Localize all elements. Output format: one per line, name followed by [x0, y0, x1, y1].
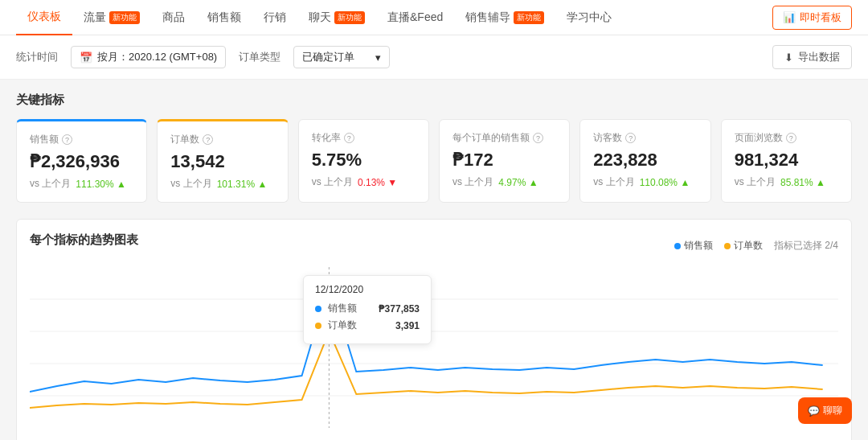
kpi-card-2: 转化率 ? 5.75% vs 上个月 0.13% ▼ — [298, 119, 429, 203]
legend-item-订单数: 订单数 — [724, 239, 763, 253]
kpi-card-3: 每个订单的销售额 ? ₱172 vs 上个月 4.97% ▲ — [439, 119, 570, 203]
kpi-card-1: 订单数 ? 13,542 vs 上个月 101.31% ▲ — [157, 119, 288, 203]
info-icon[interactable]: ? — [533, 133, 543, 143]
kpi-label: 每个订单的销售额 ? — [452, 131, 556, 145]
vs-label: vs 上个月 — [30, 177, 71, 191]
chat-fab-label: 聊聊 — [823, 404, 842, 417]
tooltip-label: 订单数 — [328, 319, 389, 332]
kpi-card-5: 页面浏览数 ? 981,324 vs 上个月 85.81% ▲ — [721, 119, 852, 203]
vs-label: vs 上个月 — [593, 175, 634, 189]
nav-item-直播&Feed[interactable]: 直播&Feed — [376, 0, 454, 35]
vs-label: vs 上个月 — [312, 175, 353, 189]
kpi-card-4: 访客数 ? 223,828 vs 上个月 110.08% ▲ — [579, 119, 710, 203]
legend-dot — [724, 243, 731, 249]
nav-badge: 新功能 — [334, 11, 365, 24]
kpi-compare: vs 上个月 111.30% ▲ — [30, 177, 133, 191]
info-icon[interactable]: ? — [625, 133, 636, 143]
info-icon[interactable]: ? — [786, 133, 796, 143]
nav-item-销售辅导[interactable]: 销售辅导新功能 — [454, 0, 555, 35]
tooltip-row: 订单数3,391 — [315, 319, 420, 332]
date-filter[interactable]: 📅 按月：2020.12 (GMT+08) — [71, 46, 226, 68]
nav-items: 仪表板流量新功能商品销售额行销聊天新功能直播&Feed销售辅导新功能学习中心 — [16, 0, 623, 35]
chart-section: 每个指标的趋势图表 销售额订单数指标已选择 2/4 — [16, 219, 852, 440]
main-content: 关键指标 销售额 ? ₱2,326,936 vs 上个月 111.30% ▲ 订… — [0, 80, 868, 440]
kpi-value: ₱2,326,936 — [30, 151, 133, 172]
tooltip-dot — [315, 306, 321, 312]
chart-header: 每个指标的趋势图表 销售额订单数指标已选择 2/4 — [30, 232, 838, 259]
info-icon[interactable]: ? — [344, 133, 354, 143]
kpi-label: 订单数 ? — [170, 133, 274, 146]
kpi-value: ₱172 — [452, 150, 556, 171]
chevron-down-icon: ▾ — [375, 51, 381, 64]
kpi-change: 111.30% ▲ — [76, 179, 126, 190]
tooltip-row: 销售额₱377,853 — [315, 302, 420, 315]
chart-legend: 销售额订单数指标已选择 2/4 — [674, 239, 838, 253]
order-type-value: 已确定订单 — [302, 50, 354, 64]
tooltip-value: 3,391 — [395, 320, 420, 331]
nav-item-流量[interactable]: 流量新功能 — [72, 0, 151, 35]
tooltip-date: 12/12/2020 — [315, 284, 420, 295]
nav-right: 📊 即时看板 — [772, 6, 852, 30]
chart-title: 每个指标的趋势图表 — [30, 232, 138, 248]
trend-chart — [30, 267, 838, 428]
nav-item-学习中心[interactable]: 学习中心 — [555, 0, 623, 35]
info-icon[interactable]: ? — [203, 134, 213, 145]
stat-time-label: 统计时间 — [16, 50, 58, 64]
chat-fab[interactable]: 💬 聊聊 — [798, 397, 852, 424]
top-navigation: 仪表板流量新功能商品销售额行销聊天新功能直播&Feed销售辅导新功能学习中心 📊… — [0, 0, 868, 35]
kpi-change: 0.13% ▼ — [358, 177, 397, 188]
nav-badge: 新功能 — [514, 11, 544, 24]
nav-item-销售额[interactable]: 销售额 — [196, 0, 252, 35]
info-icon[interactable]: ? — [62, 134, 72, 145]
legend-dot — [674, 243, 681, 249]
kpi-change: 101.31% ▲ — [217, 179, 268, 190]
nav-item-行销[interactable]: 行销 — [252, 0, 297, 35]
order-type-select[interactable]: 已确定订单 ▾ — [293, 46, 390, 68]
order-type-label: 订单类型 — [239, 50, 280, 64]
export-button[interactable]: ⬇ 导出数据 — [772, 45, 852, 69]
date-value: 按月：2020.12 (GMT+08) — [97, 50, 217, 64]
kpi-value: 223,828 — [593, 150, 697, 171]
kpi-value: 981,324 — [735, 150, 838, 171]
legend-item-销售额: 销售额 — [674, 239, 713, 253]
vs-label: vs 上个月 — [170, 177, 211, 191]
instant-btn-label: 即时看板 — [800, 10, 841, 25]
instant-view-button[interactable]: 📊 即时看板 — [772, 6, 852, 30]
vs-label: vs 上个月 — [735, 175, 776, 189]
chart-icon: 📊 — [783, 11, 796, 23]
nav-badge: 新功能 — [109, 11, 140, 24]
kpi-card-0: 销售额 ? ₱2,326,936 vs 上个月 111.30% ▲ — [16, 119, 147, 203]
export-label: 导出数据 — [798, 50, 840, 64]
kpi-section-title: 关键指标 — [16, 93, 852, 108]
tooltip-dot — [315, 323, 321, 329]
kpi-label: 页面浏览数 ? — [735, 131, 838, 145]
tooltip-value: ₱377,853 — [379, 303, 420, 315]
tooltip-label: 销售额 — [328, 302, 372, 315]
kpi-compare: vs 上个月 110.08% ▲ — [593, 175, 697, 189]
download-icon: ⬇ — [784, 51, 793, 64]
kpi-value: 13,542 — [170, 151, 274, 172]
kpi-change: 4.97% ▲ — [498, 177, 538, 188]
kpi-change: 85.81% ▲ — [780, 177, 825, 188]
kpi-compare: vs 上个月 101.31% ▲ — [170, 177, 274, 191]
kpi-value: 5.75% — [312, 150, 416, 171]
filter-bar: 统计时间 📅 按月：2020.12 (GMT+08) 订单类型 已确定订单 ▾ … — [0, 35, 868, 80]
kpi-compare: vs 上个月 85.81% ▲ — [735, 175, 838, 189]
vs-label: vs 上个月 — [452, 175, 493, 189]
chat-icon: 💬 — [808, 405, 820, 417]
calendar-icon: 📅 — [80, 51, 92, 64]
chart-tooltip: 12/12/2020 销售额₱377,853订单数3,391 — [303, 275, 432, 344]
kpi-cards-row: 销售额 ? ₱2,326,936 vs 上个月 111.30% ▲ 订单数 ? … — [16, 119, 852, 203]
kpi-change: 110.08% ▲ — [640, 177, 690, 188]
kpi-label: 销售额 ? — [30, 133, 133, 146]
nav-item-聊天[interactable]: 聊天新功能 — [297, 0, 376, 35]
chart-indicator-info: 指标已选择 2/4 — [774, 239, 838, 253]
kpi-label: 转化率 ? — [312, 131, 416, 145]
nav-item-商品[interactable]: 商品 — [151, 0, 196, 35]
nav-item-仪表板[interactable]: 仪表板 — [16, 0, 72, 35]
legend-label: 销售额 — [684, 239, 713, 253]
legend-label: 订单数 — [734, 239, 763, 253]
kpi-compare: vs 上个月 4.97% ▲ — [452, 175, 556, 189]
chart-area: 12/12/2020 销售额₱377,853订单数3,391 — [30, 267, 838, 440]
kpi-compare: vs 上个月 0.13% ▼ — [312, 175, 416, 189]
